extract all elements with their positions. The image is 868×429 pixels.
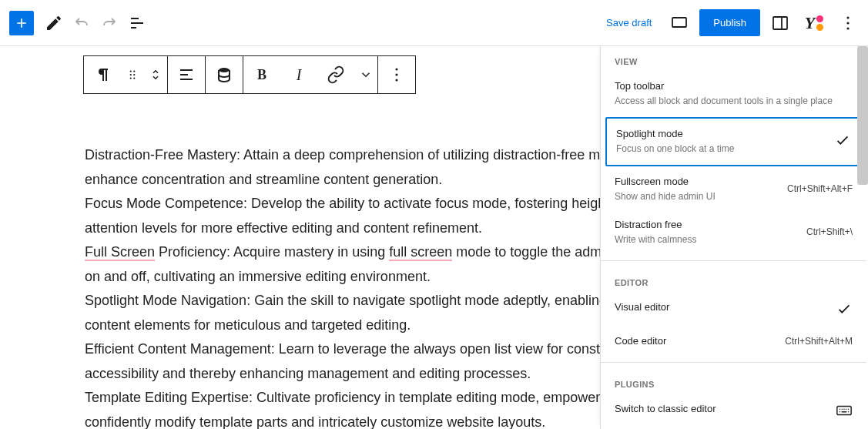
menu-item-desc: Access all block and document tools in a… xyxy=(615,95,853,108)
svg-point-6 xyxy=(133,70,135,72)
topbar-right-group: Save draft Publish Y xyxy=(598,9,862,37)
move-up-down-icon[interactable] xyxy=(144,56,167,93)
options-menu-button[interactable] xyxy=(834,9,862,37)
scrollbar[interactable] xyxy=(857,46,868,185)
menu-item-label: Top toolbar xyxy=(615,79,853,93)
menu-separator xyxy=(601,362,866,363)
drag-handle-icon[interactable] xyxy=(121,56,144,93)
menu-item-shortcut: Ctrl+Shift+\ xyxy=(806,226,853,237)
svg-point-7 xyxy=(130,74,132,75)
svg-point-2 xyxy=(846,16,849,18)
menu-separator xyxy=(601,260,866,261)
svg-point-13 xyxy=(395,73,397,75)
menu-item-label: Spotlight mode xyxy=(616,127,828,141)
menu-item[interactable]: Spotlight modeFocus on one block at a ti… xyxy=(605,117,862,166)
svg-point-8 xyxy=(133,74,135,75)
block-toolbar: B I xyxy=(83,55,416,94)
menu-item-desc: Show and hide admin UI xyxy=(615,190,781,203)
menu-item[interactable]: Fullscreen modeShow and hide admin UICtr… xyxy=(601,168,866,211)
block-type-paragraph-icon[interactable] xyxy=(84,56,121,93)
menu-section-title: Plugins xyxy=(601,369,866,395)
menu-section-title: View xyxy=(601,46,866,72)
menu-item[interactable]: Switch to classic editor xyxy=(601,395,866,429)
save-draft-button[interactable]: Save draft xyxy=(598,12,659,33)
svg-rect-0 xyxy=(672,18,686,27)
spellcheck-flag: full screen xyxy=(389,244,452,261)
editor-topbar: Save draft Publish Y xyxy=(0,0,868,46)
svg-point-14 xyxy=(395,79,397,81)
post-body[interactable]: Distraction-Free Mastery: Attain a deep … xyxy=(85,143,670,429)
svg-point-5 xyxy=(130,70,132,72)
menu-item-label: Switch to classic editor xyxy=(615,402,829,416)
yoast-icon: Y xyxy=(805,13,823,33)
options-menu-panel: ViewTop toolbarAccess all block and docu… xyxy=(600,46,866,429)
redo-button[interactable] xyxy=(96,9,123,37)
menu-item-desc: Write with calmness xyxy=(615,233,800,246)
publish-button[interactable]: Publish xyxy=(699,9,760,36)
svg-rect-1 xyxy=(773,17,787,29)
block-transform-icon[interactable] xyxy=(206,56,243,93)
svg-point-11 xyxy=(219,68,230,72)
align-button[interactable] xyxy=(168,56,205,93)
topbar-left-group xyxy=(6,9,151,37)
link-button[interactable] xyxy=(317,56,354,93)
menu-item[interactable]: Top toolbarAccess all block and document… xyxy=(601,72,866,116)
document-overview-button[interactable] xyxy=(123,9,151,37)
editor-canvas: Auto Draft Distraction-Free Mastery: Att… xyxy=(0,52,693,429)
menu-item[interactable]: Visual editor xyxy=(601,293,866,327)
svg-rect-15 xyxy=(837,407,851,415)
svg-point-12 xyxy=(395,68,397,70)
menu-section-title: Editor xyxy=(601,267,866,293)
svg-point-4 xyxy=(846,27,849,29)
menu-item[interactable]: Code editorCtrl+Shift+Alt+M xyxy=(601,327,866,356)
check-icon xyxy=(836,300,853,320)
block-more-options-icon[interactable] xyxy=(378,56,415,93)
check-icon xyxy=(834,132,851,151)
menu-item-label: Distraction free xyxy=(615,218,800,232)
edit-mode-button[interactable] xyxy=(40,9,68,37)
settings-sidebar-toggle[interactable] xyxy=(766,9,794,37)
menu-item-label: Code editor xyxy=(615,334,779,348)
menu-item-desc: Focus on one block at a time xyxy=(616,142,828,156)
svg-point-10 xyxy=(133,77,135,79)
preview-button[interactable] xyxy=(665,9,693,37)
yoast-seo-button[interactable]: Y xyxy=(800,9,828,37)
more-rich-text-icon[interactable] xyxy=(354,56,377,93)
undo-button[interactable] xyxy=(68,9,96,37)
keyboard-icon xyxy=(836,402,853,421)
svg-point-3 xyxy=(846,22,849,24)
menu-item-label: Visual editor xyxy=(615,300,829,314)
add-block-button[interactable] xyxy=(9,11,34,35)
svg-point-9 xyxy=(130,77,132,79)
spellcheck-flag: Full Screen xyxy=(85,244,155,261)
italic-button[interactable]: I xyxy=(280,56,317,93)
bold-button[interactable]: B xyxy=(243,56,280,93)
menu-item-shortcut: Ctrl+Shift+Alt+F xyxy=(787,183,853,194)
menu-item[interactable]: Distraction freeWrite with calmnessCtrl+… xyxy=(601,211,866,254)
menu-item-shortcut: Ctrl+Shift+Alt+M xyxy=(785,336,853,347)
menu-item-label: Fullscreen mode xyxy=(615,175,781,189)
